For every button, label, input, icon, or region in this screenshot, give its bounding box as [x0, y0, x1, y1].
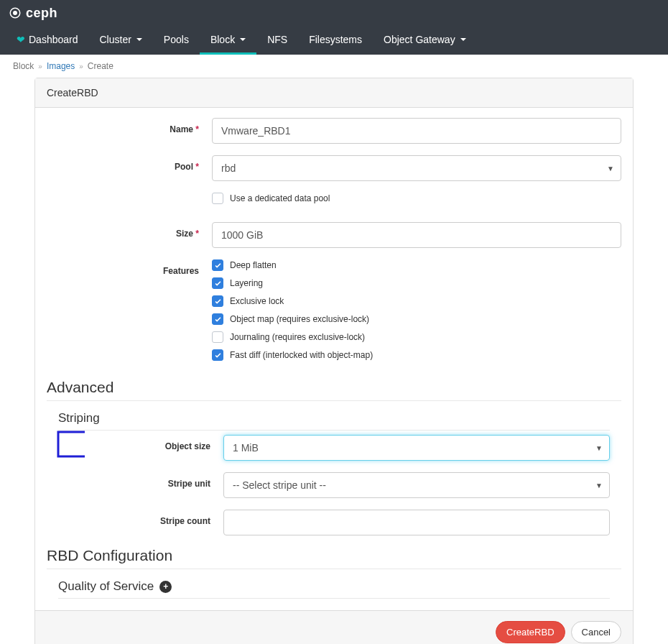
label-stripe-unit: Stripe unit [58, 472, 223, 489]
feature-label: Deep flatten [230, 260, 277, 270]
dedicated-pool-label: Use a dedicated data pool [230, 193, 330, 203]
feature-label: Journaling (requires exclusive-lock) [230, 332, 365, 342]
caret-icon [136, 38, 142, 41]
nav-label: Dashboard [29, 34, 78, 45]
feature-label: Exclusive lock [230, 296, 284, 306]
breadcrumb-create: Create [88, 61, 113, 71]
feature-label: Layering [230, 278, 263, 288]
feature-label: Object map (requires exclusive-lock) [230, 314, 369, 324]
brand-logo[interactable]: ceph [9, 6, 57, 21]
brand-text: ceph [26, 6, 57, 21]
label-size: Size * [47, 222, 212, 239]
nav-cluster[interactable]: Cluster [89, 26, 153, 55]
pool-select[interactable]: rbd [212, 155, 621, 181]
topbar: ceph [0, 0, 668, 26]
label-stripe-count: Stripe count [58, 510, 223, 526]
breadcrumb-images[interactable]: Images [47, 61, 75, 71]
nav-label: Block [210, 34, 235, 45]
nav-filesystems[interactable]: Filesystems [298, 26, 373, 55]
size-input[interactable] [212, 222, 621, 248]
create-rbd-panel: CreateRBD Name * Pool * rbd [34, 78, 634, 644]
rbd-config-heading: RBD Configuration [47, 547, 621, 569]
feature-checkbox[interactable] [212, 277, 223, 289]
dedicated-pool-checkbox[interactable] [212, 193, 223, 204]
qos-expand-icon[interactable]: + [159, 581, 172, 593]
main-nav: ❤ Dashboard Cluster Pools Block NFS File… [0, 26, 668, 55]
panel-title: CreateRBD [35, 78, 633, 108]
heart-icon: ❤ [17, 34, 25, 45]
svg-point-1 [14, 12, 17, 15]
nav-label: Filesystems [309, 34, 362, 45]
ceph-icon [9, 6, 22, 19]
nav-label: Cluster [100, 34, 131, 45]
feature-checkbox[interactable] [212, 349, 223, 361]
object-size-select[interactable]: 1 MiB [223, 435, 610, 461]
feature-checkbox[interactable] [212, 259, 223, 271]
nav-nfs[interactable]: NFS [256, 26, 298, 55]
panel-footer: CreateRBD Cancel [35, 610, 633, 644]
label-features: Features [47, 259, 212, 276]
nav-pools[interactable]: Pools [153, 26, 200, 55]
label-name: Name * [47, 118, 212, 134]
feature-checkbox[interactable] [212, 295, 223, 307]
qos-heading: Quality of Service [58, 579, 154, 594]
feature-checkbox[interactable] [212, 331, 223, 343]
breadcrumb-block[interactable]: Block [13, 61, 34, 71]
chevron-right-icon: » [38, 63, 42, 70]
nav-dashboard[interactable]: ❤ Dashboard [6, 26, 89, 55]
chevron-right-icon: » [79, 63, 83, 70]
advanced-heading: Advanced [47, 379, 621, 401]
annotation-bracket-icon [52, 431, 88, 459]
nav-label: Object Gateway [384, 34, 455, 45]
stripe-unit-select[interactable]: -- Select stripe unit -- [223, 472, 610, 498]
label-pool: Pool * [47, 155, 212, 172]
feature-label: Fast diff (interlocked with object-map) [230, 350, 373, 360]
nav-object-gateway[interactable]: Object Gateway [373, 26, 477, 55]
nav-label: NFS [267, 34, 287, 45]
submit-button[interactable]: CreateRBD [496, 621, 565, 643]
nav-label: Pools [164, 34, 189, 45]
name-input[interactable] [212, 118, 621, 144]
striping-heading: Striping [58, 411, 610, 431]
feature-checkbox[interactable] [212, 313, 223, 325]
stripe-count-input[interactable] [223, 510, 610, 535]
breadcrumb: Block » Images » Create [0, 55, 668, 78]
cancel-button[interactable]: Cancel [571, 621, 621, 643]
caret-icon [240, 38, 246, 41]
caret-icon [460, 38, 466, 41]
nav-block[interactable]: Block [200, 26, 256, 55]
